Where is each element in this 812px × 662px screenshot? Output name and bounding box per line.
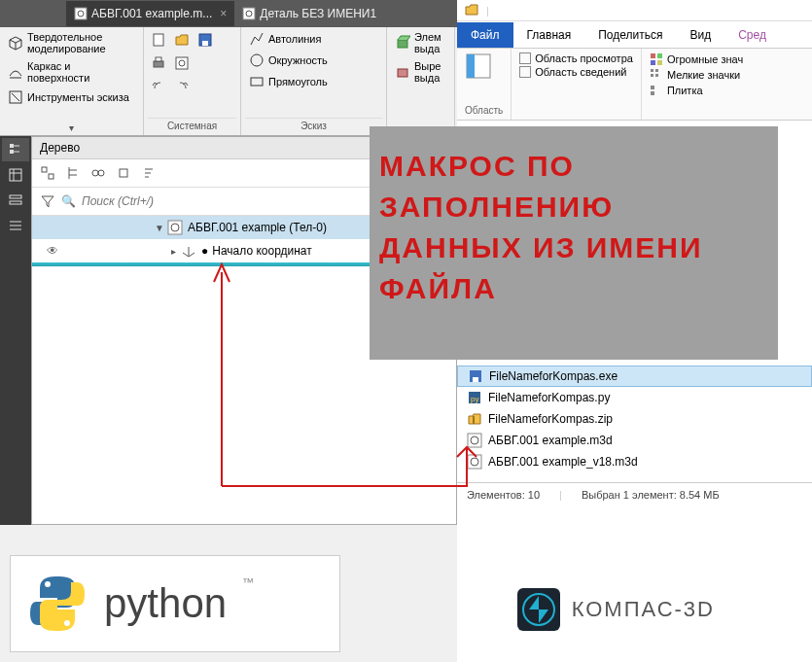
svg-rect-23 [49, 174, 53, 179]
file-menu[interactable]: Файл [457, 22, 513, 48]
nav-pane-button[interactable] [465, 52, 503, 80]
tree-tab-icon[interactable] [2, 138, 29, 161]
mode-label: Твердотельное моделирование [27, 31, 135, 54]
svg-rect-17 [10, 144, 14, 148]
file-row[interactable]: АБВГ.001 example.m3d [457, 430, 812, 451]
expand-icon[interactable]: ▸ [166, 246, 180, 257]
kompas-logo-badge: КОМПАС-3D [515, 586, 715, 633]
tree-mode-icon[interactable] [38, 163, 57, 183]
svg-text:py: py [471, 395, 478, 403]
svg-rect-37 [651, 74, 653, 77]
status-selection: Выбран 1 элемент: 8.54 МБ [582, 489, 720, 501]
file-row[interactable]: FileNameforKompas.zip [457, 408, 812, 430]
preview-pane-toggle[interactable]: Область просмотра [519, 52, 633, 64]
svg-rect-8 [202, 41, 208, 46]
save-icon[interactable] [196, 31, 214, 49]
part-icon [242, 7, 256, 20]
file-row[interactable]: АБВГ.001 example_v18.m3d [457, 451, 812, 472]
collapse-icon[interactable]: ▼ [153, 223, 166, 233]
svg-point-13 [251, 54, 263, 66]
tab-view[interactable]: Вид [676, 22, 724, 48]
tab-share[interactable]: Поделиться [584, 22, 676, 48]
annotation-text: МАКРОС ПО ЗАПОЛНЕНИЮ ДАННЫХ ИЗ ИМЕНИ ФАЙ… [379, 146, 703, 309]
region-group: Область [457, 49, 512, 120]
small-icons-button[interactable]: Мелкие значки [650, 68, 743, 82]
rect-icon [249, 74, 265, 89]
extrude-button[interactable]: Элемвыда [391, 29, 450, 56]
m3d-icon [467, 433, 482, 448]
mode-sketch[interactable]: Инструменты эскиза [4, 87, 139, 107]
rect-button[interactable]: Прямоуголь [245, 72, 382, 91]
explorer-tabs: Файл Главная Поделиться Вид Сред [457, 21, 812, 49]
tab-tools[interactable]: Сред [724, 22, 780, 48]
part-icon [74, 7, 88, 20]
new-icon[interactable] [150, 31, 167, 49]
group-label: Системная [148, 118, 236, 133]
checkbox-icon [519, 52, 531, 64]
tiles-button[interactable]: Плитка [650, 84, 743, 97]
props-tab-icon[interactable] [2, 163, 29, 187]
tab-label: АБВГ.001 example.m... [91, 7, 212, 20]
svg-rect-34 [657, 60, 662, 65]
filter-icon[interactable] [38, 192, 57, 211]
vars-tab-icon[interactable] [2, 189, 29, 212]
mode-surface[interactable]: Каркас и поверхности [4, 58, 139, 86]
tree-settings-icon[interactable] [114, 163, 133, 183]
details-pane-toggle[interactable]: Область сведений [519, 66, 633, 78]
visibility-icon[interactable]: 👁 [32, 244, 73, 258]
tree-collapse-icon[interactable] [139, 163, 159, 183]
ribbon: Твердотельное моделирование Каркас и пов… [0, 27, 457, 136]
svg-rect-16 [398, 69, 407, 77]
svg-rect-48 [468, 455, 481, 469]
small-grid-icon [650, 68, 663, 82]
redo-icon[interactable] [173, 78, 191, 95]
file-row[interactable]: py FileNameforKompas.py [457, 387, 812, 408]
tree-struct-icon[interactable] [63, 163, 83, 183]
py-icon: py [467, 390, 482, 405]
icons-group: Огромные знач Мелкие значки Плитка [642, 49, 751, 120]
svg-rect-30 [467, 54, 475, 78]
modes-group: Твердотельное моделирование Каркас и пов… [0, 27, 144, 135]
explorer-ribbon: Область Область просмотра Область сведен… [457, 49, 812, 121]
svg-point-25 [98, 170, 104, 176]
close-icon[interactable]: × [220, 7, 227, 20]
preview-icon[interactable] [173, 54, 191, 72]
huge-icons-button[interactable]: Огромные знач [650, 52, 743, 66]
file-name: FileNameforKompas.exe [489, 369, 618, 383]
print-icon[interactable] [150, 54, 167, 72]
surface-icon [8, 64, 23, 80]
svg-rect-38 [655, 74, 658, 77]
svg-rect-40 [651, 91, 654, 95]
system-group: Системная [144, 27, 241, 135]
svg-rect-33 [651, 60, 655, 65]
circle-button[interactable]: Окружность [245, 51, 382, 70]
search-icon: 🔍 [61, 194, 76, 208]
mode-solid[interactable]: Твердотельное моделирование [4, 29, 139, 56]
tab-doc-1[interactable]: Деталь БЕЗ ИМЕНИ1 [234, 1, 384, 26]
svg-rect-15 [398, 40, 407, 48]
panes-group: Область просмотра Область сведений [512, 49, 642, 120]
kompas-label: КОМПАС-3D [572, 597, 715, 622]
group-label: Область [465, 105, 503, 116]
svg-point-51 [64, 620, 70, 626]
open-icon[interactable] [173, 31, 191, 49]
svg-point-50 [45, 581, 51, 587]
sketch-icon [8, 89, 23, 105]
svg-rect-21 [10, 201, 21, 204]
folder-icon [465, 3, 478, 18]
autoline-button[interactable]: Автолиния [245, 29, 382, 49]
element-group: Элемвыда Выревыда [387, 27, 455, 135]
tab-doc-0[interactable]: АБВГ.001 example.m... × [66, 1, 234, 26]
file-name: FileNameforKompas.py [488, 391, 610, 404]
tree-link-icon[interactable] [88, 163, 108, 183]
lines-tab-icon[interactable] [2, 214, 29, 237]
cut-button[interactable]: Выревыда [391, 58, 450, 86]
explorer-statusbar: Элементов: 10 | Выбран 1 элемент: 8.54 М… [457, 482, 812, 505]
tab-main[interactable]: Главная [513, 22, 585, 48]
chevron-down-icon[interactable]: ▾ [4, 122, 139, 133]
svg-rect-31 [651, 53, 655, 58]
svg-rect-39 [651, 86, 654, 89]
undo-icon[interactable] [150, 78, 167, 95]
file-row[interactable]: FileNameforKompas.exe [457, 366, 812, 387]
zip-icon [467, 411, 482, 427]
